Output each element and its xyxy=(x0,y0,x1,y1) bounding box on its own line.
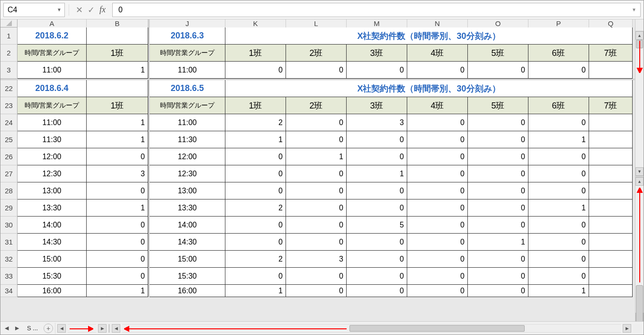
cell-J23[interactable]: 時間/営業グループ xyxy=(150,97,225,114)
group-header-cell[interactable]: 1班 xyxy=(225,97,286,114)
time-cell[interactable]: 16:00 xyxy=(18,285,87,297)
data-cell[interactable]: 0 xyxy=(407,234,468,251)
data-cell[interactable]: 0 xyxy=(468,131,528,148)
data-cell[interactable]: 1 xyxy=(87,285,148,297)
data-cell[interactable]: 0 xyxy=(225,148,286,165)
data-cell[interactable]: 0 xyxy=(286,199,347,217)
data-cell[interactable]: 1 xyxy=(87,199,148,217)
data-cell[interactable] xyxy=(589,234,633,251)
data-cell[interactable]: 5 xyxy=(347,217,407,234)
sheet-nav-next[interactable]: ▶ xyxy=(13,324,21,333)
data-cell[interactable]: 0 xyxy=(286,234,347,251)
data-cell[interactable]: 0 xyxy=(225,217,286,234)
row-header[interactable]: 29 xyxy=(0,199,18,217)
data-cell[interactable]: 2 xyxy=(225,114,286,131)
row-header[interactable]: 22 xyxy=(0,80,18,97)
data-cell[interactable]: 1 xyxy=(87,114,148,131)
data-cell[interactable]: 0 xyxy=(225,268,286,285)
scroll-up-button[interactable]: ▲ xyxy=(635,31,644,40)
time-cell[interactable]: 13:00 xyxy=(18,182,87,199)
data-cell[interactable]: 0 xyxy=(286,62,347,79)
time-cell[interactable]: 15:00 xyxy=(18,251,87,268)
row-header[interactable]: 25 xyxy=(0,131,18,148)
data-cell[interactable] xyxy=(589,199,633,217)
data-cell[interactable] xyxy=(589,62,633,79)
row-header[interactable]: 23 xyxy=(0,97,18,114)
row-header[interactable]: 3 xyxy=(0,62,18,79)
col-header-J[interactable]: J xyxy=(150,19,225,27)
sheet-nav-prev[interactable]: ◀ xyxy=(2,324,11,333)
data-cell[interactable]: 0 xyxy=(225,182,286,199)
col-header-M[interactable]: M xyxy=(347,19,407,27)
col-header-K[interactable]: K xyxy=(225,19,286,27)
col-header-P[interactable]: P xyxy=(528,19,589,27)
group-header-cell[interactable]: 4班 xyxy=(407,97,468,114)
data-cell[interactable]: 0 xyxy=(528,114,589,131)
data-cell[interactable]: 0 xyxy=(87,182,148,199)
data-cell[interactable]: 0 xyxy=(286,182,347,199)
data-cell[interactable]: 0 xyxy=(468,285,528,297)
data-cell[interactable]: 0 xyxy=(407,148,468,165)
data-cell[interactable]: 0 xyxy=(347,62,407,79)
col-header-N[interactable]: N xyxy=(407,19,468,27)
group-header-cell[interactable]: 5班 xyxy=(468,97,528,114)
group-header-cell[interactable]: 6班 xyxy=(528,45,589,62)
time-cell[interactable]: 12:30 xyxy=(150,165,225,182)
select-all-corner[interactable] xyxy=(0,19,18,27)
data-cell[interactable]: 0 xyxy=(87,148,148,165)
col-header-A[interactable]: A xyxy=(18,19,87,27)
data-cell[interactable]: 0 xyxy=(468,182,528,199)
merged-title-bottom[interactable]: X社契約件数（時間帯別、30分刻み） xyxy=(225,80,633,97)
scroll-track-bottom[interactable] xyxy=(635,186,644,313)
time-cell[interactable]: 12:00 xyxy=(150,148,225,165)
expand-icon[interactable]: ▼ xyxy=(632,7,636,12)
col-header-L[interactable]: L xyxy=(286,19,347,27)
data-cell[interactable]: 2 xyxy=(225,251,286,268)
time-cell[interactable]: 11:00 xyxy=(150,114,225,131)
data-cell[interactable]: 1 xyxy=(528,285,589,297)
group-header-cell[interactable]: 6班 xyxy=(528,97,589,114)
data-cell[interactable]: 0 xyxy=(468,165,528,182)
data-cell[interactable]: 0 xyxy=(468,199,528,217)
row-header[interactable]: 28 xyxy=(0,182,18,199)
vertical-split[interactable] xyxy=(108,324,110,333)
data-cell[interactable]: 0 xyxy=(528,217,589,234)
row-header[interactable]: 27 xyxy=(0,165,18,182)
row-header[interactable]: 26 xyxy=(0,148,18,165)
cell-A3[interactable]: 11:00 xyxy=(18,62,87,79)
time-cell[interactable]: 15:00 xyxy=(150,251,225,268)
time-cell[interactable]: 14:30 xyxy=(150,234,225,251)
data-cell[interactable]: 0 xyxy=(347,182,407,199)
time-cell[interactable]: 12:00 xyxy=(18,148,87,165)
row-header[interactable]: 32 xyxy=(0,251,18,268)
scroll-thumb-bottom[interactable] xyxy=(636,285,643,322)
cell-A23[interactable]: 時間/営業グループ xyxy=(18,97,87,114)
col-header-B[interactable]: B xyxy=(87,19,148,27)
data-cell[interactable] xyxy=(589,114,633,131)
data-cell[interactable]: 0 xyxy=(407,62,468,79)
scroll-up-button[interactable]: ▲ xyxy=(635,177,644,186)
data-cell[interactable]: 0 xyxy=(407,251,468,268)
data-cell[interactable]: 1 xyxy=(286,148,347,165)
sheet-tab[interactable]: S ... xyxy=(23,324,42,333)
data-cell[interactable]: 0 xyxy=(528,268,589,285)
data-cell[interactable]: 0 xyxy=(528,251,589,268)
row-header[interactable]: 24 xyxy=(0,114,18,131)
cell-J1[interactable]: 2018.6.3 xyxy=(150,27,225,45)
data-cell[interactable]: 0 xyxy=(407,268,468,285)
time-cell[interactable]: 13:00 xyxy=(150,182,225,199)
hscroll-track-left[interactable] xyxy=(68,324,96,333)
data-cell[interactable]: 0 xyxy=(468,268,528,285)
data-cell[interactable]: 0 xyxy=(347,148,407,165)
hscroll-left-button[interactable]: ◀ xyxy=(112,324,120,333)
data-cell[interactable]: 1 xyxy=(225,131,286,148)
group-header-cell[interactable]: 5班 xyxy=(468,45,528,62)
group-header-cell[interactable]: 3班 xyxy=(347,45,407,62)
hscroll-right-button[interactable]: ▶ xyxy=(623,324,631,333)
data-cell[interactable]: 0 xyxy=(87,234,148,251)
data-cell[interactable]: 0 xyxy=(407,217,468,234)
cell-B23[interactable]: 1班 xyxy=(87,97,148,114)
scroll-down-button[interactable]: ▼ xyxy=(635,167,644,176)
data-cell[interactable]: 0 xyxy=(87,217,148,234)
row-header[interactable]: 30 xyxy=(0,217,18,234)
